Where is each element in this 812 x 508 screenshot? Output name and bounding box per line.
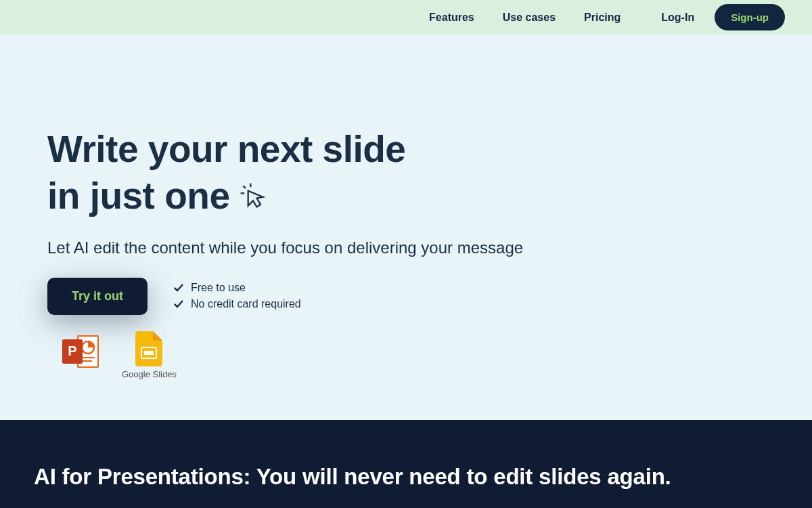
try-it-out-button[interactable]: Try it out — [47, 278, 148, 315]
nav-features[interactable]: Features — [429, 12, 474, 24]
svg-rect-6 — [81, 357, 95, 358]
svg-line-0 — [243, 186, 246, 188]
auth-links: Log-In Sign-up — [661, 4, 785, 30]
dark-section-title: AI for Presentations: You will never nee… — [34, 464, 778, 490]
benefit-text: Free to use — [191, 282, 246, 294]
svg-rect-11 — [144, 351, 154, 355]
benefits-list: Free to use No credit card required — [173, 282, 301, 310]
benefit-item: No credit card required — [173, 298, 301, 310]
hero-section: Write your next slide in just one Let AI… — [0, 35, 812, 420]
cursor-click-icon — [238, 181, 268, 211]
cta-row: Try it out Free to use No credit card re… — [47, 278, 765, 315]
google-slides-label: Google Slides — [122, 369, 177, 379]
site-header: Features Use cases Pricing Log-In Sign-u… — [0, 0, 812, 35]
primary-nav: Features Use cases Pricing — [429, 12, 621, 24]
nav-pricing[interactable]: Pricing — [584, 12, 621, 24]
check-icon — [173, 299, 184, 310]
hero-subtitle: Let AI edit the content while you focus … — [47, 238, 765, 257]
dark-section: AI for Presentations: You will never nee… — [0, 420, 812, 509]
hero-title-line2-wrap: in just one — [47, 173, 765, 219]
svg-rect-7 — [81, 360, 92, 362]
svg-text:P: P — [68, 343, 76, 358]
hero-title: Write your next slide in just one — [47, 126, 765, 219]
integration-logos: P Google Slides — [61, 331, 765, 379]
powerpoint-icon: P — [61, 331, 102, 372]
hero-title-line2: in just one — [47, 173, 230, 219]
check-icon — [173, 282, 184, 293]
signup-button[interactable]: Sign-up — [715, 4, 785, 30]
nav-usecases[interactable]: Use cases — [503, 12, 556, 24]
google-slides-wrap: Google Slides — [122, 331, 177, 379]
benefit-text: No credit card required — [191, 298, 301, 310]
hero-title-line1: Write your next slide — [47, 126, 765, 173]
google-slides-icon — [135, 331, 162, 366]
benefit-item: Free to use — [173, 282, 301, 294]
login-link[interactable]: Log-In — [661, 12, 694, 24]
